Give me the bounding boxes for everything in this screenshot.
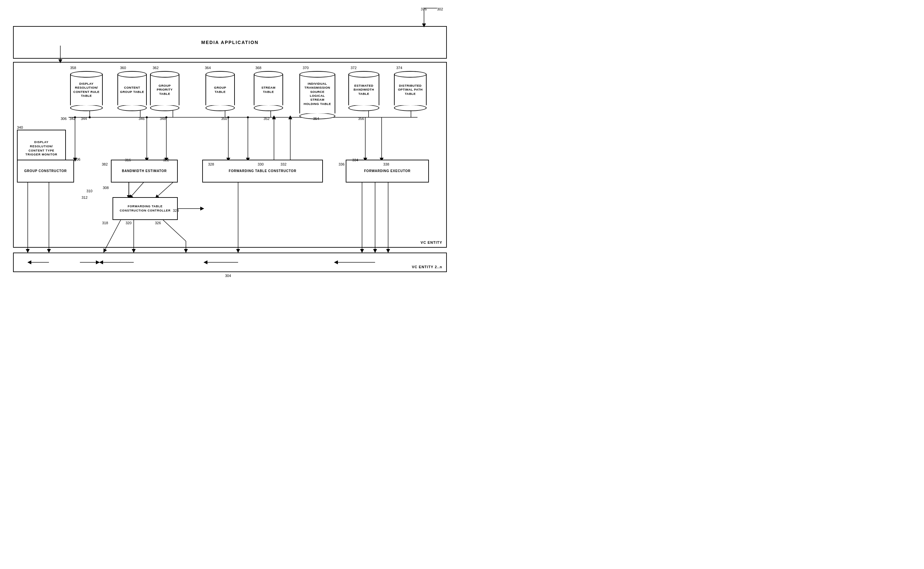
vc-entity2-label: VC ENTITY 2..n [412, 265, 442, 269]
ref-318: 318 [102, 221, 108, 225]
cyl-body-358: DISPLAYRESOLUTION/CONTENT RULETABLE [70, 74, 103, 105]
ref-376: 376 [421, 7, 427, 11]
cyl-bottom-362 [150, 105, 179, 111]
media-application-box: MEDIA APPLICATION [13, 26, 447, 59]
ref-362: 362 [152, 66, 159, 70]
ref-350: 350 [221, 117, 227, 120]
ref-354: 354 [313, 117, 319, 120]
ref-370: 370 [303, 66, 308, 70]
content-group-table: CONTENTGROUP TABLE [117, 71, 147, 111]
ref-334: 334 [352, 158, 358, 162]
ref-308: 308 [103, 186, 108, 190]
ref-368: 368 [255, 66, 261, 70]
cyl-top-372 [348, 71, 379, 78]
cyl-body-370: INDIVIDUALTRANSMISSIONSOURCELOGICALSTREA… [299, 74, 335, 113]
media-application-label: MEDIA APPLICATION [201, 40, 259, 45]
ref-364: 364 [205, 66, 211, 70]
display-content-rule-table: DISPLAYRESOLUTION/CONTENT RULETABLE [70, 71, 103, 111]
ref-344: 344 [81, 117, 87, 120]
ref-312: 312 [82, 196, 87, 199]
cyl-bottom-368 [254, 105, 283, 111]
ref-326: 326 [155, 221, 161, 225]
ref-306-label: 306 [74, 157, 80, 161]
ref-306: 306 [61, 117, 67, 120]
ref-336: 336 [338, 162, 345, 166]
cyl-top-374 [394, 71, 427, 78]
ref-360: 360 [120, 66, 126, 70]
cyl-top-364 [206, 71, 235, 78]
group-constructor-box: GROUP CONSTRUCTOR [17, 160, 74, 183]
vc-entity2-box: VC ENTITY 2..n [13, 253, 447, 272]
ref-324: 324 [173, 208, 179, 213]
ref-346: 346 [139, 117, 145, 120]
ref-302: 302 [437, 7, 443, 11]
ref-304: 304 [225, 274, 231, 278]
cyl-body-360: CONTENTGROUP TABLE [117, 74, 147, 105]
cyl-top-360 [117, 71, 147, 78]
estimated-bandwidth-table: ESTIMATEDBANDWIDTHTABLE [348, 71, 379, 111]
stream-table: STREAM TABLE [254, 71, 283, 111]
ref-338: 338 [383, 162, 389, 166]
cyl-body-374: DISTRIBUTEDOPTIMAL PATHTABLE [394, 74, 427, 105]
cyl-bottom-358 [70, 105, 103, 111]
cyl-bottom-374 [394, 105, 427, 111]
cyl-top-368 [254, 71, 283, 78]
ref-310: 310 [87, 189, 92, 193]
ref-374: 374 [396, 66, 402, 70]
cyl-bottom-364 [206, 105, 235, 111]
ref-340: 340 [17, 125, 23, 129]
group-table: GROUPTABLE [206, 71, 235, 111]
ref-316: 316 [125, 158, 131, 162]
cyl-bottom-372 [348, 105, 379, 111]
forwarding-table-construction-controller-box: FORWARDING TABLECONSTRUCTION CONTROLLER [113, 197, 178, 220]
bandwidth-estimator-box: BANDWIDTH ESTIMATOR [111, 160, 178, 183]
individual-transmission-table: INDIVIDUALTRANSMISSIONSOURCELOGICALSTREA… [299, 71, 335, 119]
ref-322: 322 [163, 158, 169, 162]
group-priority-table: GROUPPRIORITYTABLE [150, 71, 179, 111]
cyl-bottom-360 [117, 105, 147, 111]
distributed-optimal-path-table: DISTRIBUTEDOPTIMAL PATHTABLE [394, 71, 427, 111]
ref-328: 328 [208, 162, 214, 166]
vc-entity-label: VC ENTITY [421, 240, 442, 244]
ref-382: 382 [102, 162, 108, 166]
ref-330: 330 [258, 162, 264, 166]
cyl-top-358 [70, 71, 103, 78]
ref-332: 332 [281, 162, 287, 166]
ref-356: 356 [358, 117, 364, 120]
ref-320: 320 [125, 221, 131, 225]
cyl-top-362 [150, 71, 179, 78]
cyl-body-364: GROUPTABLE [206, 74, 235, 105]
ref-358: 358 [70, 66, 76, 70]
ref-372: 372 [351, 66, 357, 70]
cyl-body-368: STREAM TABLE [254, 74, 283, 105]
diagram-container: 376 302 [10, 6, 453, 280]
ref-348: 348 [160, 117, 166, 120]
ref-352: 352 [264, 117, 269, 120]
ref-342: 342 [70, 117, 75, 120]
cyl-top-370 [299, 71, 335, 78]
cyl-body-372: ESTIMATEDBANDWIDTHTABLE [348, 74, 379, 105]
cyl-body-362: GROUPPRIORITYTABLE [150, 74, 179, 105]
